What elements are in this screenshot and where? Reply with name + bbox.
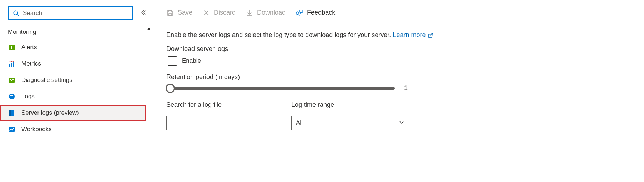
svg-rect-7 [13, 62, 14, 67]
sidebar-item-metrics[interactable]: Metrics [0, 56, 146, 72]
svg-rect-12 [10, 98, 12, 98]
svg-rect-23 [300, 10, 303, 12]
time-range-field: Log time range All [291, 101, 409, 130]
svg-rect-11 [10, 97, 13, 97]
search-file-input[interactable] [166, 116, 284, 130]
feedback-icon [296, 9, 303, 17]
sidebar-item-diagnostic[interactable]: Diagnostic settings [0, 72, 146, 88]
feedback-button[interactable]: Feedback [296, 9, 335, 17]
sidebar-item-server-logs[interactable]: Server logs (preview) [0, 105, 146, 121]
content: Enable the server logs and select the lo… [166, 25, 644, 130]
svg-rect-17 [169, 14, 172, 15]
svg-rect-16 [169, 10, 171, 12]
section-title: Monitoring [0, 20, 146, 39]
toolbar: Save Discard Download Feedback [166, 0, 644, 25]
description: Enable the server logs and select the lo… [166, 31, 644, 39]
main-content: Save Discard Download Feedback Enable th… [152, 0, 644, 182]
save-icon [166, 9, 174, 17]
svg-rect-14 [9, 110, 11, 116]
metrics-icon [8, 60, 16, 68]
svg-line-1 [17, 14, 19, 16]
discard-icon [202, 9, 210, 17]
download-icon [246, 9, 253, 17]
search-row [0, 6, 146, 20]
scrollbar[interactable]: ▲ [146, 0, 152, 182]
learn-more-link[interactable]: Learn more [393, 31, 433, 38]
discard-button[interactable]: Discard [202, 9, 236, 17]
sidebar-item-alerts[interactable]: Alerts [0, 39, 146, 56]
retention-slider[interactable] [166, 87, 395, 90]
save-button[interactable]: Save [166, 9, 192, 17]
sidebar-item-label: Server logs (preview) [21, 109, 79, 116]
toolbar-label: Feedback [307, 9, 335, 16]
description-text: Enable the server logs and select the lo… [166, 31, 391, 38]
toolbar-label: Discard [214, 9, 236, 16]
toolbar-label: Save [178, 9, 192, 16]
sidebar-item-label: Logs [21, 93, 35, 100]
svg-rect-3 [11, 46, 12, 48]
svg-rect-4 [11, 48, 12, 49]
retention-label: Retention period (in days) [166, 73, 644, 81]
sidebar-item-workbooks[interactable]: Workbooks [0, 121, 146, 137]
svg-line-25 [431, 33, 433, 36]
scroll-up-icon[interactable]: ▲ [146, 26, 152, 31]
enable-checkbox[interactable] [168, 56, 177, 66]
external-link-icon [428, 33, 433, 38]
learn-more-label: Learn more [393, 31, 426, 38]
svg-rect-5 [9, 64, 10, 67]
search-input[interactable] [23, 10, 129, 17]
sidebar: Monitoring Alerts Metrics Diagnostic set… [0, 0, 146, 182]
svg-point-22 [296, 12, 299, 14]
time-range-label: Log time range [291, 101, 409, 109]
download-logs-heading: Download server logs [166, 45, 644, 53]
filter-row: Search for a log file Log time range All [166, 101, 644, 130]
search-box[interactable] [8, 6, 133, 20]
sidebar-item-label: Metrics [21, 60, 41, 67]
alerts-icon [8, 43, 16, 51]
svg-point-0 [14, 11, 17, 15]
server-logs-icon [8, 109, 16, 117]
sidebar-item-label: Alerts [21, 44, 37, 51]
download-button[interactable]: Download [246, 9, 286, 17]
logs-icon [8, 93, 16, 100]
collapse-icon[interactable] [139, 8, 148, 19]
time-range-value: All [296, 119, 303, 126]
toolbar-label: Download [257, 9, 286, 16]
sidebar-item-label: Diagnostic settings [21, 77, 72, 84]
slider-thumb[interactable] [166, 84, 175, 93]
diagnostic-icon [8, 76, 16, 84]
search-file-label: Search for a log file [166, 101, 284, 109]
chevron-down-icon [399, 119, 404, 127]
retention-value: 1 [404, 84, 408, 92]
workbooks-icon [8, 125, 16, 133]
svg-rect-10 [10, 95, 13, 96]
sidebar-item-logs[interactable]: Logs [0, 88, 146, 105]
enable-label: Enable [182, 57, 201, 64]
sidebar-item-label: Workbooks [21, 126, 52, 133]
search-icon [12, 9, 20, 17]
enable-row: Enable [166, 56, 644, 66]
time-range-select[interactable]: All [291, 116, 409, 130]
retention-slider-row: 1 [166, 84, 644, 92]
svg-rect-6 [11, 63, 12, 67]
search-file-field: Search for a log file [166, 101, 284, 130]
